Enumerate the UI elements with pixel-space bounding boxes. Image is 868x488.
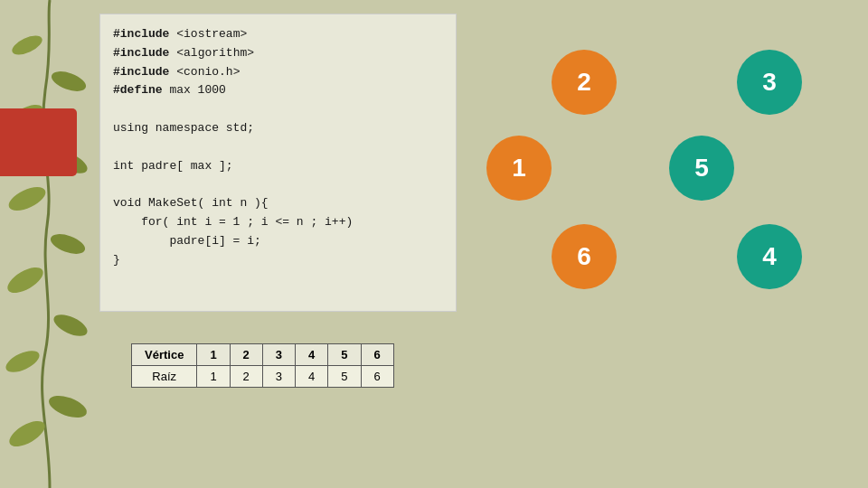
table-cell-raiz-6: 6 (361, 366, 393, 388)
svg-point-0 (5, 416, 49, 451)
table-header-6: 6 (361, 344, 393, 366)
table-header-vertice: Vértice (132, 344, 197, 366)
svg-point-3 (51, 310, 90, 340)
svg-point-6 (5, 183, 49, 216)
table-header-1: 1 (197, 344, 230, 366)
circle-3: 3 (737, 50, 802, 115)
circle-4: 4 (737, 224, 802, 289)
table-cell-raiz-4: 4 (296, 366, 328, 388)
red-tab (0, 108, 77, 176)
table-cell-raiz-5: 5 (328, 366, 361, 388)
table-header-5: 5 (328, 344, 361, 366)
table-header-3: 3 (262, 344, 295, 366)
table-cell-raiz-2: 2 (230, 366, 262, 388)
table-header-4: 4 (296, 344, 328, 366)
svg-point-9 (49, 68, 89, 96)
table-row: Raíz 1 2 3 4 5 6 (132, 366, 394, 388)
table-cell-raiz-label: Raíz (132, 366, 197, 388)
data-table: Vértice 1 2 3 4 5 6 Raíz 1 2 3 4 5 6 (131, 343, 394, 388)
svg-point-1 (46, 391, 90, 422)
code-panel: #include <iostream> #include <algorithm>… (99, 14, 457, 312)
table-header-2: 2 (230, 344, 262, 366)
circle-1: 1 (486, 136, 552, 201)
svg-point-5 (48, 230, 88, 258)
circle-5: 5 (669, 136, 734, 201)
svg-point-4 (4, 262, 47, 297)
code-content: #include <iostream> #include <algorithm>… (113, 25, 443, 269)
svg-point-2 (3, 346, 42, 376)
circle-6: 6 (552, 224, 617, 289)
table-cell-raiz-3: 3 (262, 366, 295, 388)
circle-2: 2 (552, 50, 617, 115)
table-cell-raiz-1: 1 (197, 366, 230, 388)
vine-decoration (0, 0, 99, 488)
svg-point-10 (9, 32, 44, 59)
